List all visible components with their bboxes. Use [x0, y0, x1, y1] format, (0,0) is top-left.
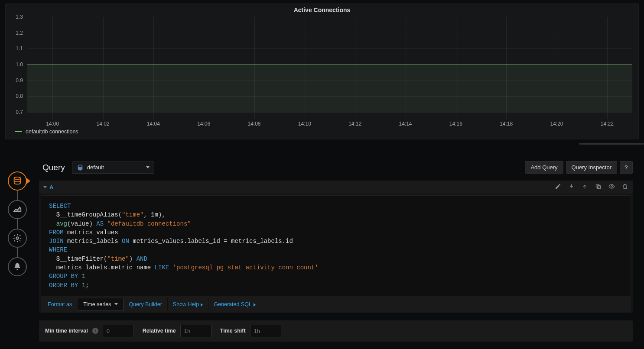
- trash-icon: [622, 183, 628, 190]
- chevron-right-icon: [254, 303, 256, 307]
- chart-grid: [27, 17, 632, 119]
- tab-general[interactable]: [8, 229, 27, 248]
- x-tick-label: 14:08: [247, 121, 260, 127]
- arrow-down-icon: [568, 183, 575, 190]
- query-row-header[interactable]: A: [39, 181, 633, 194]
- chart-plot-area[interactable]: 0.70.80.91.01.11.21.3 14:0014:0214:0414:…: [10, 17, 635, 119]
- y-tick-label: 0.8: [10, 93, 23, 99]
- chart-title: Active Connections: [6, 4, 638, 14]
- format-as-label: Format as: [42, 298, 78, 310]
- min-time-interval-label: Min time interval: [45, 328, 88, 334]
- eye-icon: [608, 183, 615, 190]
- svg-point-4: [611, 186, 613, 187]
- x-tick-label: 14:12: [348, 121, 361, 127]
- svg-point-1: [16, 237, 19, 239]
- remove-query-button[interactable]: [622, 183, 628, 191]
- x-tick-label: 14:04: [147, 121, 160, 127]
- x-tick-label: 14:18: [500, 121, 513, 127]
- y-tick-label: 0.7: [10, 109, 23, 115]
- tab-queries[interactable]: [8, 171, 27, 191]
- time-shift-input[interactable]: [250, 325, 281, 337]
- gear-icon: [13, 233, 22, 243]
- bell-icon: [13, 262, 22, 271]
- show-help-toggle[interactable]: Show Help: [168, 298, 208, 310]
- chart-panel: Active Connections 0.70.80.91.01.11.21.3…: [5, 3, 639, 139]
- y-tick-label: 1.2: [10, 30, 23, 36]
- chart-y-axis: 0.70.80.91.01.11.21.3: [10, 17, 25, 119]
- panel-editor: Query default Add Query Query Inspector …: [0, 158, 644, 342]
- relative-time-input[interactable]: [180, 325, 211, 337]
- chart-legend[interactable]: defaultdb connections: [15, 129, 78, 135]
- collapse-caret-icon: [43, 186, 47, 188]
- query-time-options: Min time interval i Relative time Time s…: [39, 320, 633, 342]
- x-tick-label: 14:14: [399, 121, 412, 127]
- x-tick-label: 14:06: [197, 121, 210, 127]
- toggle-query-visibility-button[interactable]: [608, 183, 615, 191]
- x-tick-label: 14:00: [46, 121, 59, 127]
- chevron-right-icon: [201, 303, 203, 307]
- y-tick-label: 1.3: [10, 14, 23, 20]
- time-shift-label: Time shift: [220, 328, 246, 334]
- y-tick-label: 1.1: [10, 45, 23, 52]
- y-tick-label: 1.0: [10, 61, 23, 68]
- arrow-up-icon: [582, 183, 588, 190]
- legend-swatch: [15, 131, 22, 132]
- caret-down-icon: [146, 166, 150, 168]
- relative-time-label: Relative time: [143, 328, 176, 334]
- add-query-button[interactable]: Add Query: [525, 161, 563, 174]
- tab-alert[interactable]: [8, 257, 27, 276]
- help-button[interactable]: ?: [620, 161, 633, 174]
- generated-sql-toggle[interactable]: Generated SQL: [208, 298, 261, 310]
- x-tick-label: 14:02: [96, 121, 109, 127]
- tab-visualization[interactable]: [8, 200, 27, 219]
- x-tick-label: 14:22: [601, 121, 614, 127]
- database-icon: [13, 176, 22, 186]
- legend-label: defaultdb connections: [26, 129, 78, 135]
- format-as-select[interactable]: Time series: [78, 298, 124, 311]
- query-builder-toggle[interactable]: Query Builder: [124, 298, 167, 310]
- pencil-icon: [555, 183, 561, 190]
- query-tab-header: Query default Add Query Query Inspector …: [39, 158, 633, 179]
- duplicate-query-button[interactable]: [595, 183, 602, 191]
- x-tick-label: 14:10: [298, 121, 311, 127]
- editor-tabs-nav: [7, 171, 28, 276]
- copy-icon: [595, 183, 602, 190]
- move-query-up-button[interactable]: [582, 183, 588, 191]
- datasource-picker[interactable]: default: [72, 162, 154, 174]
- editor-tab-title: Query: [42, 163, 65, 172]
- postgres-icon: [77, 164, 84, 171]
- query-inspector-button[interactable]: Query Inspector: [566, 161, 618, 174]
- info-icon[interactable]: i: [92, 328, 98, 334]
- caret-down-icon: [114, 303, 118, 305]
- move-query-down-button[interactable]: [568, 183, 575, 191]
- sql-editor[interactable]: SELECT $__timeGroupAlias("time", 1m), av…: [41, 195, 631, 296]
- min-time-interval-input[interactable]: [103, 325, 134, 337]
- chart-area-icon: [13, 205, 22, 214]
- x-tick-label: 14:20: [550, 121, 563, 127]
- y-tick-label: 0.9: [10, 78, 23, 84]
- query-ref-id: A: [49, 184, 53, 191]
- svg-point-0: [14, 177, 21, 180]
- datasource-name: default: [87, 164, 104, 171]
- query-editor-row: A SELECT $__timeGroupAlias("time", 1m), …: [39, 181, 633, 313]
- panel-resize-handle[interactable]: [579, 143, 644, 145]
- format-as-value: Time series: [83, 301, 111, 307]
- series-fill: [27, 65, 632, 112]
- query-options-row: Format as Time series Query Builder Show…: [41, 296, 631, 313]
- x-tick-label: 14:16: [449, 121, 462, 127]
- chart-x-axis: 14:0014:0214:0414:0614:0814:1014:1214:14…: [27, 121, 632, 129]
- toggle-edit-mode-button[interactable]: [555, 183, 561, 191]
